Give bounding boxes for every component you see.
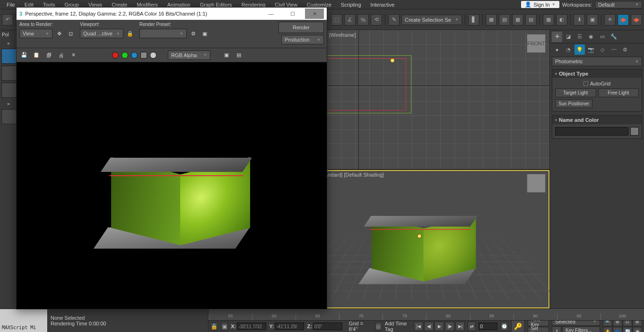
auto-region-icon[interactable]: ⊡ — [66, 29, 75, 38]
lights-subtab[interactable]: 💡 — [574, 44, 585, 55]
prev-frame[interactable]: ◀| — [424, 322, 434, 331]
blue-channel-toggle[interactable] — [131, 52, 138, 59]
max-viewport[interactable]: ▣ — [633, 327, 642, 332]
mono-toggle[interactable] — [150, 52, 157, 59]
spinner-snap[interactable]: ⟲ — [371, 14, 382, 26]
goto-start[interactable]: |◀ — [414, 322, 423, 331]
light-gizmo[interactable] — [417, 234, 422, 238]
edit-region-icon[interactable]: ✥ — [54, 29, 64, 38]
print-image-icon[interactable]: 🖨 — [56, 51, 66, 60]
schematic-view[interactable]: ▦ — [543, 14, 554, 26]
preset-dropdown[interactable]: ▼ — [139, 29, 187, 38]
geometry-subtab[interactable]: ● — [552, 44, 562, 55]
material-editor[interactable]: ◐ — [556, 14, 567, 26]
percent-snap[interactable]: % — [357, 14, 369, 26]
pan-button[interactable]: ✋ — [603, 327, 612, 332]
display-tab[interactable]: ▭ — [597, 32, 608, 42]
render-setup-icon[interactable]: ⚙ — [189, 29, 198, 38]
target-light-button[interactable]: Target Light — [555, 88, 596, 97]
helpers-subtab[interactable]: ◇ — [597, 44, 608, 55]
flyout-icon[interactable]: ▸ — [0, 101, 17, 106]
current-frame-input[interactable] — [479, 323, 497, 330]
render-output-canvas[interactable] — [17, 62, 327, 309]
render-mode-dropdown[interactable]: Production▼ — [281, 35, 324, 44]
time-tag-icon[interactable]: ◎ — [375, 322, 382, 331]
key-filters-icon[interactable]: ⚷ — [552, 326, 561, 332]
menu-scripting[interactable]: Scripting — [336, 1, 366, 9]
toggle-overlay-icon[interactable]: ▣ — [222, 51, 231, 60]
named-selset-edit[interactable]: ✎ — [388, 14, 400, 26]
menu-interactive[interactable]: Interactive — [366, 1, 400, 9]
setkey-button[interactable]: Set Key — [528, 327, 549, 332]
utilities-tab[interactable]: 🔧 — [609, 32, 619, 42]
timeline[interactable]: 55 60 65 70 75 80 85 90 95 100 — [209, 309, 644, 321]
render-production[interactable]: 🫖 — [618, 14, 629, 26]
viewcube-persp[interactable] — [527, 174, 546, 193]
toggle-ribbon[interactable]: ▦ — [512, 14, 523, 26]
save-image-icon[interactable]: 💾 — [19, 51, 29, 60]
lock-selection[interactable]: 🔒 — [210, 322, 218, 331]
shapes-subtab[interactable]: ◔ — [563, 44, 574, 55]
green-channel-toggle[interactable] — [122, 52, 128, 59]
key-mode-toggle[interactable]: ⇄ — [468, 322, 476, 331]
cameras-subtab[interactable]: 📷 — [586, 44, 596, 55]
clone-image-icon[interactable]: 🗐 — [44, 51, 53, 60]
autogrid-checkbox[interactable]: AutoGrid — [555, 81, 639, 86]
signin-button[interactable]: 👤 Sign In ▼ — [521, 1, 559, 8]
red-channel-toggle[interactable] — [112, 52, 119, 59]
y-coord-input[interactable] — [275, 323, 304, 330]
spacewarps-subtab[interactable]: 〰 — [609, 44, 619, 55]
render-in-cloud[interactable]: ☀ — [604, 14, 616, 26]
environment-icon[interactable]: ▣ — [200, 29, 209, 38]
copy-image-icon[interactable]: 📋 — [32, 51, 41, 60]
category-dropdown[interactable]: Photometric ▼ — [552, 57, 642, 66]
free-light-button[interactable]: Free Light — [598, 88, 639, 97]
tool-2[interactable] — [1, 66, 17, 81]
lock-viewport-icon[interactable]: 🔒 — [125, 29, 135, 38]
sun-positioner-button[interactable]: Sun Positioner — [555, 99, 592, 108]
isolate-selection[interactable]: ▣ — [221, 322, 228, 331]
goto-end[interactable]: ▶| — [455, 322, 465, 331]
motion-tab[interactable]: ◉ — [586, 32, 596, 42]
maxscript-mini-listener[interactable]: MAXScript Mi — [0, 309, 47, 332]
area-dropdown[interactable]: View▼ — [19, 29, 52, 38]
angle-snap[interactable]: ∠ — [344, 14, 356, 26]
flyout-icon[interactable]: ▸ — [0, 40, 17, 46]
alpha-channel-toggle[interactable] — [140, 52, 147, 59]
rendered-frame[interactable]: ▣ — [587, 14, 598, 26]
viewport-dropdown[interactable]: Quad ...ctive▼ — [80, 29, 123, 38]
x-coord-input[interactable] — [237, 323, 266, 330]
tool-4[interactable] — [1, 109, 17, 124]
key-filters-button[interactable]: Key Filters... — [562, 326, 600, 332]
object-name-input[interactable] — [555, 127, 628, 136]
align-button[interactable]: ▦ — [486, 14, 497, 26]
viewcube-front[interactable]: FRONT — [527, 34, 546, 53]
render-window-titlebar[interactable]: 3 Perspective, frame 12, Display Gamma: … — [17, 8, 327, 20]
modify-tab[interactable]: ◪ — [563, 32, 574, 42]
render-setup[interactable]: ⬇ — [574, 14, 585, 26]
render-button[interactable]: Render — [278, 22, 324, 33]
orbit-button[interactable]: 🔄 — [623, 327, 632, 332]
play[interactable]: ▶ — [435, 322, 444, 331]
minimize-button[interactable]: — — [261, 9, 280, 19]
walk-button[interactable]: 👣 — [613, 327, 622, 332]
hierarchy-tab[interactable]: ☰ — [574, 32, 585, 42]
curve-editor[interactable]: ▤ — [525, 14, 537, 26]
clear-image-icon[interactable]: ✕ — [69, 51, 78, 60]
channel-dropdown[interactable]: RGB Alpha▼ — [168, 51, 210, 60]
toggle-ui-icon[interactable]: ▤ — [234, 51, 244, 60]
viewport-layout[interactable] — [1, 49, 17, 64]
undo-button[interactable]: ↶ — [2, 14, 13, 26]
named-selection-dropdown[interactable]: Create Selection Se ▼ — [401, 15, 462, 25]
layers-button[interactable]: ▤ — [499, 14, 510, 26]
create-tab[interactable]: ✚ — [552, 32, 562, 42]
object-type-header[interactable]: ▾Object Type — [552, 69, 642, 78]
tool-3[interactable] — [1, 83, 17, 98]
add-time-tag[interactable]: Add Time Tag — [385, 321, 411, 332]
object-color-swatch[interactable] — [630, 127, 639, 136]
time-config[interactable]: 🕐 — [500, 322, 508, 331]
systems-subtab[interactable]: ⚙ — [620, 44, 630, 55]
snap-toggle[interactable]: ⬚ — [331, 14, 342, 26]
mirror-button[interactable]: ▋ — [468, 14, 479, 26]
name-color-header[interactable]: ▾Name and Color — [552, 116, 642, 124]
